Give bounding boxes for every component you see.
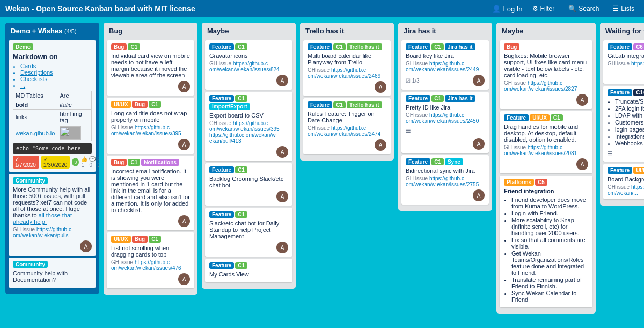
card-body: Bugfixes: Mobile browser support, UI fix… [504, 53, 588, 78]
gh-label: GH issue [111, 259, 133, 265]
card-wf-1[interactable]: Feature C6 50+ GitLab integration GH iss… [603, 40, 644, 84]
tag-trellohasit: Trello has it [347, 101, 382, 108]
card-body: List not scrolling when dragging cards t… [111, 245, 190, 258]
card-maybe-5[interactable]: Feature C1 My Cards View [205, 259, 292, 282]
card-body: Multi board calendar like Planyway from … [308, 53, 386, 65]
badge-count: 3 [72, 158, 79, 166]
avatar: A [178, 81, 190, 92]
avatar: A [80, 240, 92, 252]
tag-c1: C1 [149, 101, 161, 108]
card-bullets: Truncate/Scroll t... 2FA login for clie.… [608, 98, 644, 147]
meta-votes: 👍 1 [81, 156, 87, 168]
avatar: A [473, 138, 485, 150]
column-header: Bug [104, 23, 197, 38]
card-bug-1[interactable]: Bug C1 Individual card view on mobile ne… [107, 40, 194, 96]
tag-feature: Feature [406, 95, 430, 102]
column-header: Trello has it [300, 23, 394, 38]
card-trello-1[interactable]: Feature C1 Trello has it Multi board cal… [303, 40, 391, 96]
filter-icon: ⚙ [532, 5, 538, 12]
lists-button[interactable]: ☰ Lists [609, 4, 639, 13]
tag-jirahasit: Jira has it [445, 95, 475, 102]
kanban-board: Demo + Wishes (4/5) Demo Markdown on Car… [0, 17, 644, 328]
tag-bug: Bug [111, 159, 127, 166]
tag-feature: Feature [308, 43, 332, 50]
tag-feature: Feature [209, 166, 234, 173]
card-body: Board key like Jira [406, 53, 485, 59]
tag-bug: Bug [132, 236, 148, 243]
tag-c1: C1 [333, 43, 346, 50]
card-jira-2[interactable]: Feature C1 Jira has it Pretty ID like Ji… [401, 92, 489, 153]
gh-label: GH issue [608, 184, 630, 190]
card-bullets: Friend developer docs move from Kuma to … [504, 196, 588, 303]
card-maybe-2[interactable]: Feature C1 Import/Export Export board to… [205, 92, 292, 161]
gh-label: GH issue [308, 125, 330, 131]
tag-bug: Bug [111, 43, 127, 50]
progress-meta: ☑ 1/3 [406, 78, 420, 84]
avatar: A [473, 189, 485, 201]
tag-feature: Feature [608, 167, 632, 174]
card-jira-1[interactable]: Feature C1 Jira has it Board key like Ji… [401, 40, 489, 90]
card-maybe2-2[interactable]: Feature UI/UX C1 Drag handles for mobile… [500, 111, 592, 173]
filter-button[interactable]: ⚙ Filter [528, 4, 559, 13]
gh-label: GH issue [209, 120, 231, 126]
app-title: Wekan - Open Source Kanban board with MI… [5, 4, 487, 13]
login-button[interactable]: 👤 Log In [492, 5, 522, 13]
tag-c1: C1 [431, 95, 444, 102]
column-trello: Trello has it Feature C1 Trello has it M… [300, 23, 394, 161]
column-header: Demo + Wishes (4/5) [5, 23, 99, 38]
gh-link[interactable]: https://... [631, 61, 644, 67]
column-header: Maybe [202, 23, 296, 38]
tag-feature: Feature [209, 211, 234, 218]
search-button[interactable]: 🔍 Search [564, 4, 603, 13]
avatar: A [178, 273, 190, 285]
card-wf-3[interactable]: Feature UI/UX Board Background ! GH issu… [603, 164, 644, 199]
gh-label: GH issue [406, 61, 428, 67]
column-header: Waiting for funding [600, 23, 644, 38]
avatar: A [178, 215, 190, 227]
tag-uiux: UI/UX [111, 101, 131, 108]
card-body: Individual card view on mobile needs to … [111, 53, 190, 78]
tag-feature: Feature [504, 114, 529, 121]
login-icon: 👤 [492, 5, 501, 13]
gh-label: GH issue [111, 125, 133, 130]
card-community-1[interactable]: Community More Community help with all t… [9, 174, 96, 256]
card-community-2[interactable]: Community Community help with Documentat… [9, 258, 96, 288]
tag-jirahasit: Jira has it [445, 43, 475, 50]
card-body: Long card title does not wrap properly o… [111, 110, 190, 123]
card-body: Export board to CSV [209, 112, 288, 119]
tag-feature: Feature [308, 101, 332, 108]
card-maybe-3[interactable]: Feature C1 Backlog Grooming Slack/etc ch… [205, 163, 292, 206]
card-markdown[interactable]: Demo Markdown on Cards Descriptions Chec… [9, 40, 96, 172]
card-maybe2-3[interactable]: Platforms C5 Friend integration Friend d… [500, 176, 592, 307]
tag-importexport: Import/Export [209, 103, 250, 110]
column-maybe-2: Maybe Bug Bugfixes: Mobile browser suppo… [496, 23, 596, 314]
card-body: My Cards View [209, 271, 288, 278]
tag-platforms: Platforms [504, 179, 534, 186]
tag-uiux: UI/UX [633, 167, 644, 174]
card-bug-4[interactable]: UI/UX Bug C1 List not scrolling when dra… [107, 232, 194, 288]
avatar: A [276, 242, 288, 253]
card-bug-2[interactable]: UI/UX Bug C1 Long card title does not wr… [107, 98, 194, 154]
avatar: A [576, 94, 588, 106]
card-bug-3[interactable]: Bug C1 Notifications Incorrect email not… [107, 156, 194, 230]
tag-c1: C1 [333, 101, 346, 108]
tag-feature: Feature [209, 43, 234, 50]
card-wf-2[interactable]: Feature C14+Sa Truncate/Scroll t... 2FA … [603, 86, 644, 162]
card-body: Incorrect email notification. It is show… [111, 168, 190, 213]
tag-c1: C1 [431, 158, 444, 165]
card-trello-2[interactable]: Feature C1 Trello has it Rules Feature: … [303, 98, 391, 154]
card-maybe-4[interactable]: Feature C1 Slack/etc chat bot for Daily … [205, 208, 292, 257]
tag-feature: Feature [608, 89, 632, 96]
card-maybe-1[interactable]: Feature C1 Gravatar icons GH issue https… [205, 40, 292, 90]
tag-notifications: Notifications [141, 159, 179, 166]
meta-checklist: ☑ 1/3 [97, 156, 99, 168]
gh-label: GH issue [13, 227, 35, 232]
avatar: A [178, 139, 190, 150]
tag-feature: Feature [209, 95, 234, 102]
card-maybe2-1[interactable]: Bug Bugfixes: Mobile browser support, UI… [500, 40, 592, 109]
avatar: A [473, 75, 485, 86]
gh-link-2[interactable]: https://github.c om/wekan/w ekan/pull/41… [209, 132, 275, 144]
lists-icon: ☰ [613, 5, 619, 12]
card-jira-3[interactable]: Feature C1 Sync Bidirectional sync with … [401, 155, 489, 205]
app-header: Wekan - Open Source Kanban board with MI… [0, 0, 644, 17]
